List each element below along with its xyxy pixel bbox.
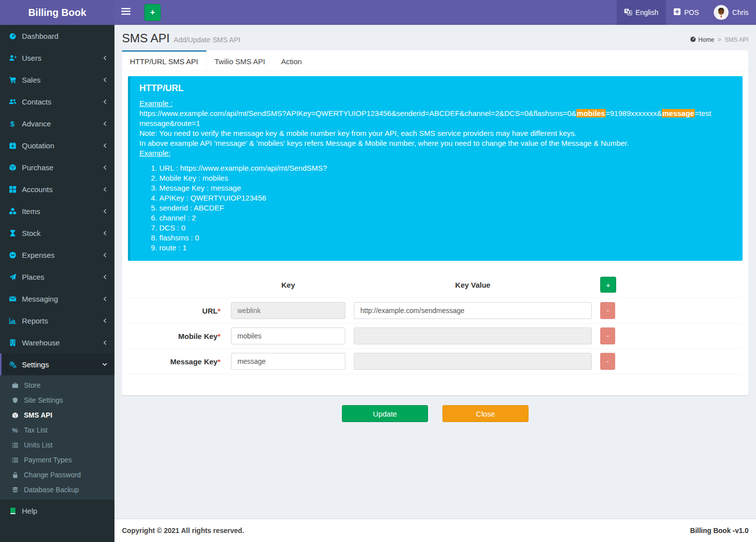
app-header: Billing Book + English <box>0 0 756 25</box>
chevron-left-icon <box>103 252 108 258</box>
add-row-button[interactable]: + <box>600 277 616 293</box>
sidebar-item-quotation[interactable]: Quotation <box>0 134 114 156</box>
sidebar-item-purchase[interactable]: Purchase <box>0 156 114 178</box>
page-footer: Copyright © 2021 All rights reserved. Bi… <box>114 519 756 542</box>
navbar-right: English POS Chris <box>617 0 756 25</box>
submenu-item-sms-api[interactable]: SMS API <box>0 408 114 423</box>
callout-note: Note: You need to verify the message key… <box>139 128 734 138</box>
example-link-2[interactable]: Example: <box>139 149 171 157</box>
sidebar-item-label: Help <box>22 507 37 515</box>
tab-http-url-sms-api[interactable]: HTTP/URL SMS API <box>122 50 207 71</box>
list-item: APIKey : QWERTYUIOP123456 <box>159 193 734 203</box>
sidebar-item-expenses[interactable]: Expenses <box>0 244 114 266</box>
top-navbar: + English POS <box>114 0 756 25</box>
sidebar-item-label: Advance <box>22 119 51 128</box>
sidebar-item-sales[interactable]: Sales <box>0 69 114 91</box>
remove-row-button[interactable]: - <box>600 353 615 370</box>
sidebar-item-label: Contacts <box>22 98 51 106</box>
user-menu[interactable]: Chris <box>706 0 756 25</box>
required-mark: * <box>217 332 220 340</box>
breadcrumb-current: SMS API <box>725 36 749 43</box>
sidebar-item-label: Messaging <box>22 295 58 303</box>
chevron-left-icon <box>103 99 108 105</box>
submenu-item-change-password[interactable]: Change Password <box>0 467 114 482</box>
sidebar-item-label: Reports <box>22 317 48 325</box>
table-row-message-key: Message Key* - <box>128 348 743 374</box>
sidebar-item-label: Settings <box>22 360 49 369</box>
submenu-item-store[interactable]: Store <box>0 378 114 393</box>
sidebar-item-advance[interactable]: $ Advance <box>0 112 114 134</box>
submenu-item-label: Units List <box>24 441 53 449</box>
chevron-down-icon <box>102 362 108 367</box>
example-link[interactable]: Example : <box>139 99 173 108</box>
sidebar-item-dashboard[interactable]: Dashboard <box>0 25 114 47</box>
sidebar-item-label: Dashboard <box>22 32 58 40</box>
sidebar-item-settings[interactable]: Settings <box>0 353 114 375</box>
page-title: SMS API <box>122 31 170 45</box>
chevron-left-icon <box>103 187 108 192</box>
tab-panel-http-url: HTTP/URL Example : https://www.example.c… <box>122 71 749 395</box>
list-item: DCS : 0 <box>159 223 734 233</box>
breadcrumb: Home > SMS API <box>690 36 749 44</box>
mobile-key-input[interactable] <box>231 327 345 344</box>
sidebar-item-items[interactable]: Items <box>0 200 114 222</box>
breadcrumb-home-label: Home <box>698 36 714 43</box>
submenu-item-label: Site Settings <box>24 396 63 404</box>
minus-circle-icon <box>7 251 17 259</box>
sidebar-item-label: Warehouse <box>22 338 60 347</box>
url-value-input[interactable] <box>354 302 592 319</box>
update-button[interactable]: Update <box>342 405 428 422</box>
sidebar-item-places[interactable]: Places <box>0 266 114 288</box>
breadcrumb-home-link[interactable]: Home <box>690 36 714 44</box>
sidebar-item-messaging[interactable]: Messaging <box>0 288 114 310</box>
tab-twilio-sms-api[interactable]: Twilio SMS API <box>207 50 273 71</box>
list-item: senderid : ABCDEF <box>159 203 734 213</box>
list-icon <box>10 442 19 448</box>
quick-add-button[interactable]: + <box>144 4 161 21</box>
calendar-plus-icon <box>7 142 17 149</box>
avatar <box>714 5 729 20</box>
tab-action[interactable]: Action <box>273 50 310 71</box>
submenu-item-tax-list[interactable]: % Tax List <box>0 423 114 437</box>
list-item: URL : https://www.example.com/api/mt/Sen… <box>159 163 734 173</box>
sidebar-item-label: Places <box>22 273 44 281</box>
sidebar-item-accounts[interactable]: Accounts <box>0 178 114 200</box>
submenu-item-database-backup[interactable]: Database Backup <box>0 482 114 497</box>
sidebar-toggle-button[interactable] <box>114 0 137 25</box>
app-logo[interactable]: Billing Book <box>0 0 114 25</box>
shopping-cart-icon <box>7 76 17 84</box>
list-item: Mobile Key : mobiles <box>159 173 734 183</box>
submenu-item-label: Tax List <box>24 426 47 434</box>
message-key-input[interactable] <box>231 353 345 370</box>
submenu-item-site-settings[interactable]: Site Settings <box>0 393 114 408</box>
shield-icon <box>10 397 19 404</box>
chevron-left-icon <box>103 209 108 214</box>
cube-icon <box>10 412 19 419</box>
list-item: channel : 2 <box>159 213 734 223</box>
sidebar-item-label: Items <box>22 207 40 216</box>
submenu-item-label: Payment Types <box>24 456 72 464</box>
submenu-item-payment-types[interactable]: Payment Types <box>0 452 114 467</box>
user-name: Chris <box>732 8 749 16</box>
close-button[interactable]: Close <box>442 405 529 422</box>
users-icon <box>7 98 17 106</box>
required-mark: * <box>217 357 220 366</box>
remove-row-button[interactable]: - <box>600 302 615 319</box>
sidebar-item-stock[interactable]: Stock <box>0 222 114 244</box>
user-plus-icon <box>7 54 17 62</box>
briefcase-icon <box>10 382 19 389</box>
sidebar-item-help[interactable]: Help <box>0 500 114 522</box>
database-icon <box>10 487 19 493</box>
pos-menu[interactable]: POS <box>666 0 707 25</box>
sidebar-item-users[interactable]: Users <box>0 47 114 69</box>
gears-icon <box>7 361 17 368</box>
language-menu[interactable]: English <box>617 0 666 25</box>
table-row-mobile-key: Mobile Key* - <box>128 323 743 348</box>
sidebar-item-contacts[interactable]: Contacts <box>0 91 114 112</box>
remove-row-button[interactable]: - <box>600 327 615 344</box>
sidebar-item-warehouse[interactable]: Warehouse <box>0 331 114 353</box>
submenu-item-units-list[interactable]: Units List <box>0 437 114 452</box>
sidebar-item-reports[interactable]: Reports <box>0 310 114 331</box>
list-item: Message Key : message <box>159 183 734 193</box>
row-label: Message Key* <box>128 357 222 366</box>
